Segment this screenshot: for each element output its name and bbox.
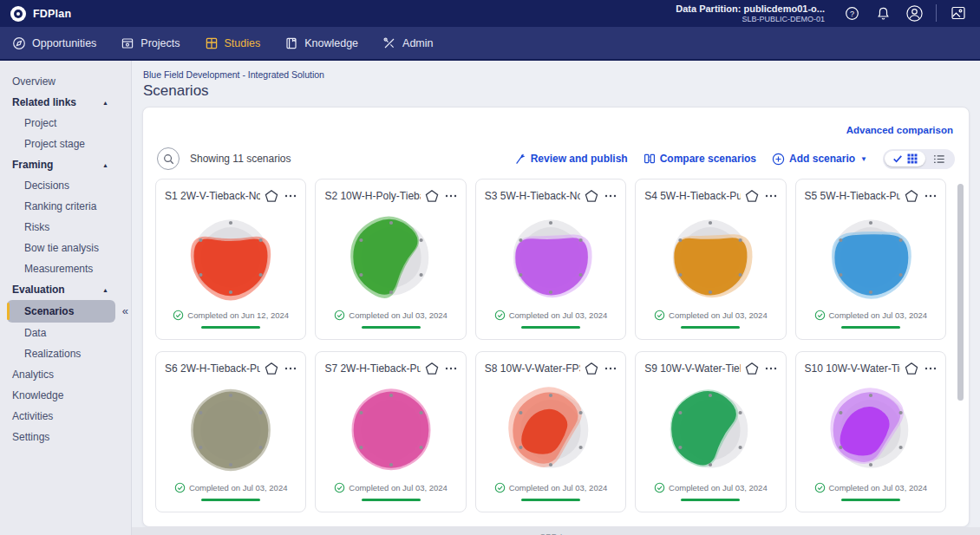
pentagon-shape-icon[interactable] bbox=[904, 188, 919, 204]
user-avatar-icon[interactable] bbox=[905, 3, 924, 23]
box-icon bbox=[121, 36, 134, 50]
pentagon-shape-icon[interactable] bbox=[744, 361, 760, 376]
sidebar-item-decisions[interactable]: Decisions bbox=[0, 175, 131, 196]
scenario-radar-chart bbox=[166, 376, 296, 484]
scenario-card[interactable]: S3 5W-H-Tieback-NoP… Completed on Jul 03… bbox=[475, 179, 626, 340]
progress-bar bbox=[681, 499, 740, 501]
advanced-comparison-link[interactable]: Advanced comparison bbox=[846, 125, 953, 135]
sidebar-item-label: Activities bbox=[12, 410, 53, 422]
more-menu-icon[interactable] bbox=[443, 188, 459, 204]
scenario-card[interactable]: S8 10W-V-Water-FPS… Completed on Jul 03,… bbox=[475, 351, 626, 512]
scenario-title: S5 5W-H-Tieback-Pum… bbox=[805, 190, 900, 202]
scenario-title: S2 10W-H-Poly-Tiebac… bbox=[324, 190, 420, 202]
scenario-status: Completed on Jul 03, 2024 bbox=[494, 482, 608, 493]
scenario-card[interactable]: S6 2W-H-Tieback-Pum… Completed on Jul 03… bbox=[155, 351, 306, 512]
layout: OverviewRelated links▲ProjectProject sta… bbox=[0, 61, 980, 535]
sidebar-item-risks[interactable]: Risks bbox=[0, 217, 131, 238]
more-menu-icon[interactable] bbox=[603, 188, 618, 204]
help-icon[interactable]: ? bbox=[842, 3, 861, 23]
more-menu-icon[interactable] bbox=[603, 361, 618, 376]
scenario-card[interactable]: S5 5W-H-Tieback-Pum… Completed on Jul 03… bbox=[795, 179, 946, 340]
more-menu-icon[interactable] bbox=[923, 188, 938, 204]
app-window: FDPlan Data Partition: publicdemo01-o...… bbox=[0, 0, 980, 535]
nav-tab-opportunities[interactable]: Opportunities bbox=[12, 36, 96, 50]
sidebar-item-framing[interactable]: Framing▲ bbox=[0, 154, 131, 175]
grid-view-button[interactable] bbox=[885, 151, 925, 166]
scenario-title: S10 10W-V-Water-Tie… bbox=[805, 362, 900, 375]
sidebar-item-settings[interactable]: Settings bbox=[0, 427, 131, 447]
sidebar-collapse-icon[interactable]: « bbox=[122, 304, 128, 317]
scenario-card-header: S2 10W-H-Poly-Tiebac… bbox=[316, 179, 465, 204]
more-menu-icon[interactable] bbox=[443, 361, 459, 376]
more-menu-icon[interactable] bbox=[283, 361, 298, 376]
scenario-radar-chart bbox=[806, 376, 936, 484]
more-menu-icon[interactable] bbox=[763, 361, 779, 376]
completed-check-icon bbox=[494, 482, 506, 493]
progress-bar bbox=[201, 326, 260, 329]
sidebar-item-evaluation[interactable]: Evaluation▲ bbox=[0, 279, 131, 300]
scenario-title: S3 5W-H-Tieback-NoP… bbox=[485, 190, 580, 202]
sidebar-item-overview[interactable]: Overview bbox=[0, 71, 131, 92]
sidebar-item-activities[interactable]: Activities bbox=[0, 406, 131, 427]
progress-bar bbox=[201, 499, 260, 501]
more-menu-icon[interactable] bbox=[763, 188, 779, 204]
vertical-scrollbar[interactable] bbox=[957, 184, 964, 401]
sidebar-item-analytics[interactable]: Analytics bbox=[0, 364, 131, 385]
sidebar-item-scenarios[interactable]: Scenarios bbox=[7, 300, 115, 323]
completed-check-icon bbox=[174, 482, 186, 493]
sidebar-item-knowledge[interactable]: Knowledge bbox=[0, 385, 131, 406]
pentagon-shape-icon[interactable] bbox=[424, 361, 440, 376]
plus-circle-icon bbox=[772, 153, 785, 166]
sidebar-item-project[interactable]: Project bbox=[0, 113, 131, 134]
sidebar-item-realizations[interactable]: Realizations bbox=[0, 343, 131, 364]
sidebar-item-measurements[interactable]: Measurements bbox=[0, 258, 131, 279]
review-and-publish-button[interactable]: Review and publish bbox=[514, 153, 628, 165]
fdplan-logo-icon[interactable] bbox=[10, 6, 26, 22]
nav-tab-projects[interactable]: Projects bbox=[121, 36, 180, 50]
progress-bar bbox=[521, 499, 580, 501]
pentagon-shape-icon[interactable] bbox=[264, 188, 279, 204]
sidebar-item-ranking-criteria[interactable]: Ranking criteria bbox=[0, 196, 131, 217]
nav-tab-label: Studies bbox=[225, 37, 261, 49]
scenario-card[interactable]: S10 10W-V-Water-Tie… Completed on Jul 03… bbox=[795, 351, 946, 512]
compare-scenarios-button[interactable]: Compare scenarios bbox=[644, 153, 756, 165]
scenario-status: Completed on Jul 03, 2024 bbox=[334, 482, 448, 493]
page-title: Scenarios bbox=[143, 82, 980, 100]
pentagon-shape-icon[interactable] bbox=[584, 361, 599, 376]
grid-view-icon bbox=[907, 153, 918, 164]
toolbar-actions: Review and publish Compare scenarios Add… bbox=[514, 149, 955, 169]
scenario-card[interactable]: S2 10W-H-Poly-Tiebac… Completed on Jul 0… bbox=[315, 179, 466, 340]
pentagon-shape-icon[interactable] bbox=[424, 188, 440, 204]
nav-tab-knowledge[interactable]: Knowledge bbox=[284, 36, 358, 50]
scenario-card[interactable]: S1 2W-V-Tieback-NoP… Completed on Jun 12… bbox=[155, 179, 306, 340]
completed-check-icon bbox=[814, 310, 826, 321]
pentagon-shape-icon[interactable] bbox=[744, 188, 760, 204]
nav-tab-studies[interactable]: Studies bbox=[205, 36, 261, 50]
pentagon-shape-icon[interactable] bbox=[264, 361, 279, 376]
list-view-button[interactable] bbox=[925, 151, 953, 167]
apps-launcher-icon[interactable] bbox=[949, 3, 968, 23]
pentagon-shape-icon[interactable] bbox=[904, 361, 919, 376]
compare-columns-icon bbox=[644, 153, 656, 165]
sidebar-item-bow-tie-analysis[interactable]: Bow tie analysis bbox=[0, 238, 131, 258]
notifications-bell-icon[interactable] bbox=[873, 3, 892, 23]
sidebar-item-label: Related links bbox=[12, 96, 76, 108]
scenarios-panel: Advanced comparison Showing 11 scenarios… bbox=[142, 107, 970, 527]
breadcrumb[interactable]: Blue Field Development - Integrated Solu… bbox=[143, 69, 980, 80]
completed-date-label: Completed on Jul 03, 2024 bbox=[509, 483, 608, 493]
scenario-card[interactable]: S4 5W-H-Tieback-Pum… Completed on Jul 03… bbox=[635, 179, 786, 340]
more-menu-icon[interactable] bbox=[923, 361, 938, 376]
nav-tab-admin[interactable]: Admin bbox=[382, 36, 433, 50]
app-title: FDPlan bbox=[33, 8, 71, 20]
scenario-card[interactable]: S9 10W-V-Water-Tieba… Completed on Jul 0… bbox=[635, 351, 786, 512]
pentagon-shape-icon[interactable] bbox=[584, 188, 599, 204]
more-menu-icon[interactable] bbox=[283, 188, 298, 204]
search-icon[interactable] bbox=[157, 147, 180, 170]
sidebar-item-related-links[interactable]: Related links▲ bbox=[0, 92, 131, 113]
sidebar-item-project-stage[interactable]: Project stage bbox=[0, 134, 131, 154]
scenario-card[interactable]: S7 2W-H-Tieback-Pum… Completed on Jul 03… bbox=[315, 351, 466, 512]
nav-tab-label: Projects bbox=[140, 37, 180, 49]
sidebar-item-data[interactable]: Data bbox=[0, 323, 131, 343]
scenario-radar-chart bbox=[486, 204, 616, 311]
add-scenario-button[interactable]: Add scenario ▼ bbox=[772, 153, 867, 166]
